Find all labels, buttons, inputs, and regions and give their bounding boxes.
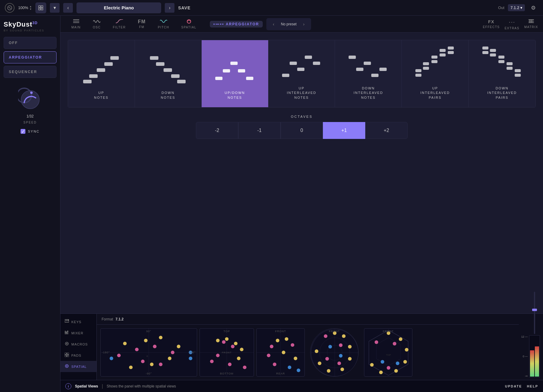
info-icon: i <box>65 383 71 389</box>
spatial-view-hex[interactable]: FRONT TOP <box>364 328 412 377</box>
svg-rect-8 <box>73 21 79 21</box>
octave-0[interactable]: 0 <box>281 122 323 139</box>
pattern-up-interleaved-pairs[interactable]: UPINTERLEAVEDPAIRS <box>402 40 469 107</box>
settings-icon[interactable]: ⚙ <box>528 3 538 13</box>
svg-rect-13 <box>530 19 530 23</box>
tab-effects[interactable]: FX EFFECTS <box>483 19 500 29</box>
nav-keys[interactable]: KEYS <box>60 316 96 327</box>
prev-preset-btn[interactable]: ‹ <box>63 3 73 13</box>
tab-pitch[interactable]: PITCH <box>152 17 175 31</box>
pattern-updown-notes[interactable]: UP/DOWNNOTES <box>202 40 268 107</box>
svg-point-117 <box>282 351 285 354</box>
tab-filter[interactable]: FILTER <box>107 17 132 31</box>
tab-matrix[interactable]: MATRIX <box>524 19 538 29</box>
spatial-content: Format 7.1.2 90° -90° -180° 180° <box>97 314 519 380</box>
speed-knob[interactable] <box>18 88 42 112</box>
svg-point-109 <box>243 365 246 369</box>
prev-arp-preset-btn[interactable]: ‹ <box>269 19 278 29</box>
update-button[interactable]: UPDATE <box>505 384 522 388</box>
svg-rect-75 <box>67 355 69 357</box>
fader-handle[interactable] <box>532 309 537 311</box>
octaves-row: -2 -1 0 +1 +2 <box>196 122 408 139</box>
octave-minus1[interactable]: -1 <box>238 122 281 139</box>
pattern-grid: UPNOTES DOWNNOTES <box>68 40 536 108</box>
pattern-label-down-pairs: DOWNINTERLEAVEDPAIRS <box>487 86 517 100</box>
left-nav: KEYS MIXER <box>60 314 97 380</box>
tab-osc[interactable]: OSC <box>87 17 107 31</box>
svg-point-99 <box>216 339 219 342</box>
octave-plus2[interactable]: +2 <box>365 122 408 139</box>
svg-rect-66 <box>67 331 68 334</box>
format-label: Format <box>102 317 113 321</box>
svg-point-92 <box>117 353 121 357</box>
pattern-down-notes[interactable]: DOWNNOTES <box>135 40 202 107</box>
svg-rect-9 <box>73 22 79 23</box>
svg-rect-50 <box>483 47 489 50</box>
tab-extras[interactable]: ··· EXTRAS <box>505 18 519 30</box>
mode-sequencer-btn[interactable]: SEQUENCER <box>4 66 57 78</box>
svg-rect-73 <box>67 353 69 355</box>
zoom-arrows[interactable]: ▲▼ <box>29 5 32 11</box>
grid-icon-btn[interactable] <box>35 2 46 13</box>
svg-point-134 <box>315 349 318 353</box>
svg-rect-49 <box>448 47 454 50</box>
pattern-up-interleaved-notes[interactable]: UPINTERLEAVEDNOTES <box>268 40 335 107</box>
svg-point-121 <box>297 368 300 372</box>
fader[interactable] <box>532 292 538 334</box>
knob-area: 1/32 SPEED ✓ SYNC <box>4 88 57 134</box>
spatial-view-xy[interactable]: 90° -90° -180° 180° <box>100 328 197 377</box>
pattern-up-notes[interactable]: UPNOTES <box>68 40 135 107</box>
pattern-down-interleaved-notes[interactable]: DOWNINTERLEAVEDNOTES <box>335 40 402 107</box>
sv-label-top4: FRONT <box>329 330 340 333</box>
speed-label: SPEED <box>24 121 37 124</box>
svg-point-140 <box>339 354 343 358</box>
spatial-view-circle[interactable]: FRONT <box>310 328 359 377</box>
sv-label-front2: FRONT <box>222 351 232 354</box>
nav-macros[interactable]: MACROS <box>60 339 96 350</box>
svg-point-137 <box>325 357 329 361</box>
svg-rect-46 <box>440 53 446 56</box>
tab-fm[interactable]: FM FM <box>132 17 152 31</box>
svg-rect-36 <box>356 68 363 71</box>
help-button[interactable]: HELP <box>527 384 538 388</box>
octave-minus2[interactable]: -2 <box>196 122 238 139</box>
nav-spatial[interactable]: SPATIAL <box>60 361 96 372</box>
svg-point-102 <box>240 348 243 351</box>
sync-row: ✓ SYNC <box>21 129 40 134</box>
next-arp-preset-btn[interactable]: › <box>299 19 309 29</box>
dropdown-btn[interactable]: ▾ <box>50 3 60 13</box>
svg-point-113 <box>285 337 288 341</box>
mode-off-btn[interactable]: OFF <box>4 37 57 49</box>
svg-point-71 <box>66 343 67 344</box>
svg-point-112 <box>276 339 279 342</box>
pattern-down-interleaved-pairs[interactable]: DOWNINTERLEAVEDPAIRS <box>469 40 535 107</box>
svg-rect-45 <box>431 56 437 59</box>
macros-icon <box>65 342 69 347</box>
save-button[interactable]: SAVE <box>178 5 190 10</box>
tab-main[interactable]: MAIN <box>65 17 87 31</box>
octaves-label: OCTAVES <box>291 115 313 118</box>
tab-spatial[interactable]: SPATIAL <box>175 17 203 31</box>
octave-plus1[interactable]: +1 <box>323 122 365 139</box>
sync-checkbox[interactable]: ✓ <box>21 129 25 134</box>
spatial-view-topbottom[interactable]: TOP BOTTOM FRONT <box>200 328 254 377</box>
format-value: 7.1.2 <box>115 317 124 321</box>
format-select[interactable]: 7.1.2 ▾ <box>508 4 525 11</box>
nav-pads[interactable]: PADS <box>60 350 96 361</box>
pattern-label-down: DOWNNOTES <box>161 91 175 100</box>
svg-point-93 <box>110 356 113 360</box>
sv-label-top2: TOP <box>223 330 230 333</box>
nav-mixer[interactable]: MIXER <box>60 327 96 339</box>
logo-icon[interactable] <box>5 3 15 13</box>
spatial-icon <box>186 19 192 24</box>
zoom-control[interactable]: 100% ▲▼ <box>18 5 32 11</box>
mode-arpeggiator-btn[interactable]: ARPEGGIATOR <box>4 51 57 63</box>
svg-point-136 <box>339 343 343 347</box>
arpeggiator-section: ARPEGGIATOR <box>210 21 263 27</box>
svg-point-116 <box>267 353 271 357</box>
brand-name: SkyDust3D <box>4 21 57 28</box>
next-preset-btn[interactable]: › <box>165 3 174 13</box>
svg-rect-59 <box>515 74 521 77</box>
spatial-view-frontrear[interactable]: FRONT REAR <box>256 328 305 377</box>
spatial-header: Format 7.1.2 <box>97 314 519 325</box>
